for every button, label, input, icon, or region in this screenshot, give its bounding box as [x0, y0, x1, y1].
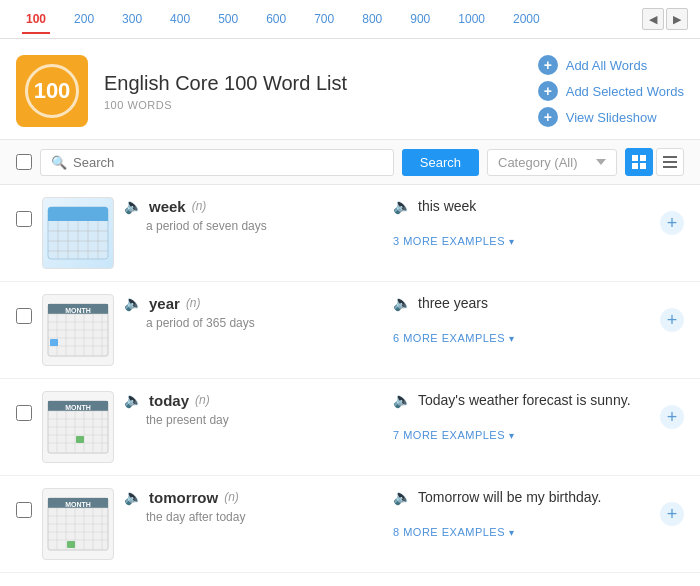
add-selected-words-action[interactable]: + Add Selected Words	[538, 81, 684, 101]
more-examples-week[interactable]: 3 MORE EXAMPLES ▾	[393, 235, 650, 247]
word-def-year: a period of 365 days	[146, 316, 381, 330]
word-row-inner-tomorrow: 🔈 tomorrow (n) the day after today 🔈 Tom…	[124, 488, 650, 538]
add-selected-words-icon: +	[538, 81, 558, 101]
svg-rect-5	[663, 161, 677, 163]
word-thumbnail-tomorrow: MONTH	[42, 488, 114, 560]
word-thumbnail-week	[42, 197, 114, 269]
nav-num-900[interactable]: 900	[396, 12, 444, 26]
more-examples-label-tomorrow: 8 MORE EXAMPLES	[393, 526, 505, 538]
more-examples-year[interactable]: 6 MORE EXAMPLES ▾	[393, 332, 650, 344]
word-pos-tomorrow: (n)	[224, 490, 239, 504]
search-input-wrap: 🔍	[40, 149, 394, 176]
svg-text:MONTH: MONTH	[65, 404, 91, 411]
nav-num-1000[interactable]: 1000	[444, 12, 499, 26]
word-pos-year: (n)	[186, 296, 201, 310]
word-right-year: 🔈 three years 6 MORE EXAMPLES ▾	[393, 294, 650, 344]
svg-rect-2	[632, 163, 638, 169]
word-row-inner-week: 🔈 week (n) a period of seven days 🔈 this…	[124, 197, 650, 247]
more-examples-arrow-year: ▾	[509, 333, 514, 344]
add-selected-words-label: Add Selected Words	[566, 84, 684, 99]
category-select[interactable]: Category (All)	[487, 149, 617, 176]
word-main-today: 🔈 today (n)	[124, 391, 381, 409]
svg-text:MONTH: MONTH	[65, 501, 91, 508]
word-row-inner-today: 🔈 today (n) the present day 🔈 Today's we…	[124, 391, 650, 441]
search-button[interactable]: Search	[402, 149, 479, 176]
more-examples-label-today: 7 MORE EXAMPLES	[393, 429, 505, 441]
add-word-button-today[interactable]: +	[660, 405, 684, 429]
speaker-example-icon-today[interactable]: 🔈	[393, 391, 412, 409]
word-list: 🔈 week (n) a period of seven days 🔈 this…	[0, 185, 700, 573]
add-all-words-icon: +	[538, 55, 558, 75]
nav-num-700[interactable]: 700	[300, 12, 348, 26]
view-slideshow-action[interactable]: + View Slideshow	[538, 107, 657, 127]
word-row-checkbox-year[interactable]	[16, 308, 32, 324]
nav-next-button[interactable]: ▶	[666, 8, 688, 30]
speaker-icon-today[interactable]: 🔈	[124, 391, 143, 409]
word-def-week: a period of seven days	[146, 219, 381, 233]
year-thumbnail-image: MONTH	[44, 296, 112, 364]
nav-num-400[interactable]: 400	[156, 12, 204, 26]
grid-view-button[interactable]	[625, 148, 653, 176]
word-name-today: today	[149, 392, 189, 409]
header-text: English Core 100 Word List 100 WORDS	[104, 72, 522, 111]
word-name-tomorrow: tomorrow	[149, 489, 218, 506]
table-row: MONTH 🔈 tomorrow (n)	[0, 476, 700, 573]
word-thumbnail-year: MONTH	[42, 294, 114, 366]
view-slideshow-label: View Slideshow	[566, 110, 657, 125]
add-word-button-week[interactable]: +	[660, 211, 684, 235]
nav-arrows: ◀ ▶	[642, 8, 688, 30]
word-thumbnail-today: MONTH	[42, 391, 114, 463]
word-left-tomorrow: 🔈 tomorrow (n) the day after today	[124, 488, 381, 538]
more-examples-tomorrow[interactable]: 8 MORE EXAMPLES ▾	[393, 526, 650, 538]
word-pos-week: (n)	[192, 199, 207, 213]
add-word-button-tomorrow[interactable]: +	[660, 502, 684, 526]
speaker-example-icon-week[interactable]: 🔈	[393, 197, 412, 215]
more-examples-label-week: 3 MORE EXAMPLES	[393, 235, 505, 247]
more-examples-today[interactable]: 7 MORE EXAMPLES ▾	[393, 429, 650, 441]
word-row-checkbox-today[interactable]	[16, 405, 32, 421]
word-pos-today: (n)	[195, 393, 210, 407]
search-bar: 🔍 Search Category (All)	[0, 139, 700, 185]
more-examples-label-year: 6 MORE EXAMPLES	[393, 332, 505, 344]
svg-rect-1	[640, 155, 646, 161]
header-section: 100 English Core 100 Word List 100 WORDS…	[0, 39, 700, 139]
svg-rect-0	[632, 155, 638, 161]
speaker-icon-tomorrow[interactable]: 🔈	[124, 488, 143, 506]
word-row-checkbox-week[interactable]	[16, 211, 32, 227]
tomorrow-thumbnail-image: MONTH	[44, 490, 112, 558]
nav-num-600[interactable]: 600	[252, 12, 300, 26]
nav-num-100[interactable]: 100	[12, 12, 60, 26]
list-view-button[interactable]	[656, 148, 684, 176]
nav-prev-button[interactable]: ◀	[642, 8, 664, 30]
speaker-example-icon-year[interactable]: 🔈	[393, 294, 412, 312]
word-def-today: the present day	[146, 413, 381, 427]
view-icons	[625, 148, 684, 176]
nav-num-300[interactable]: 300	[108, 12, 156, 26]
speaker-icon-year[interactable]: 🔈	[124, 294, 143, 312]
speaker-example-icon-tomorrow[interactable]: 🔈	[393, 488, 412, 506]
nav-num-500[interactable]: 500	[204, 12, 252, 26]
nav-num-800[interactable]: 800	[348, 12, 396, 26]
svg-rect-32	[50, 339, 58, 346]
word-row-checkbox-tomorrow[interactable]	[16, 502, 32, 518]
table-row: MONTH 🔈 today (n)	[0, 379, 700, 476]
example-text-tomorrow: Tomorrow will be my birthday.	[418, 489, 601, 505]
word-list-icon-number: 100	[25, 64, 79, 118]
add-all-words-action[interactable]: + Add All Words	[538, 55, 647, 75]
speaker-icon-week[interactable]: 🔈	[124, 197, 143, 215]
search-input[interactable]	[73, 155, 383, 170]
example-main-today: 🔈 Today's weather forecast is sunny.	[393, 391, 650, 409]
word-right-tomorrow: 🔈 Tomorrow will be my birthday. 8 MORE E…	[393, 488, 650, 538]
more-examples-arrow-week: ▾	[509, 236, 514, 247]
add-word-button-year[interactable]: +	[660, 308, 684, 332]
nav-num-2000[interactable]: 2000	[499, 12, 554, 26]
header-actions: + Add All Words + Add Selected Words + V…	[538, 55, 684, 127]
grid-icon	[632, 155, 646, 169]
word-left-week: 🔈 week (n) a period of seven days	[124, 197, 381, 247]
select-all-checkbox[interactable]	[16, 154, 32, 170]
more-examples-arrow-today: ▾	[509, 430, 514, 441]
word-left-today: 🔈 today (n) the present day	[124, 391, 381, 441]
word-left-year: 🔈 year (n) a period of 365 days	[124, 294, 381, 344]
nav-num-200[interactable]: 200	[60, 12, 108, 26]
example-main-year: 🔈 three years	[393, 294, 650, 312]
